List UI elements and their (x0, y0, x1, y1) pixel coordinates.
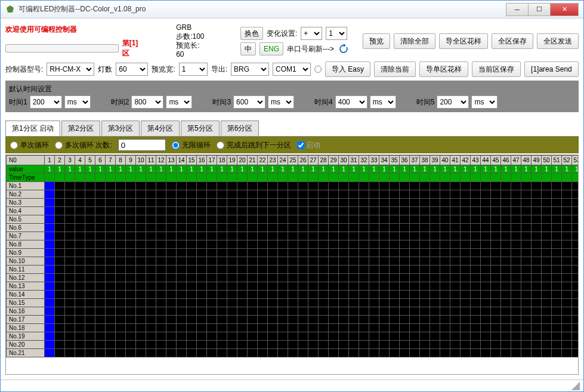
table-row[interactable]: No.14 (7, 291, 579, 299)
status-dot (314, 66, 322, 73)
grb-label: GRB (176, 23, 209, 32)
table-row[interactable]: No.9 (7, 249, 579, 257)
time2-label: 时间2 (111, 97, 129, 107)
com-refresh-label: 串口号刷新---> (287, 44, 334, 54)
import-easy-button[interactable]: 导入 Easy (325, 61, 370, 77)
time5-unit[interactable]: ms (471, 95, 498, 109)
app-icon (5, 5, 15, 14)
infinite-loop-radio[interactable]: 无限循环 (172, 140, 211, 150)
preview-width-label: 预览宽: (152, 64, 175, 75)
export-label: 导出: (211, 64, 227, 75)
preview-button[interactable]: 预览 (363, 33, 390, 49)
time4-value[interactable]: 400 (335, 95, 367, 109)
table-row[interactable]: No.13 (7, 282, 579, 291)
table-row[interactable]: No.21 (7, 349, 579, 357)
time4-label: 时间4 (314, 97, 333, 107)
table-row[interactable]: No.20 (7, 341, 579, 349)
loop-bar: 单次循环 多次循环 次数: 无限循环 完成后跳到下一分区 启动 (5, 137, 579, 153)
table-row[interactable]: No.17 (7, 316, 579, 324)
table-row[interactable]: No.15 (7, 299, 579, 307)
startup-checkbox[interactable]: 启动 (297, 140, 320, 150)
zone-tab-5[interactable]: 第5分区 (181, 121, 220, 136)
clear-current-button[interactable]: 清除当前 (374, 61, 416, 77)
zone-tabs: 第1分区 启动第2分区第3分区第4分区第5分区第6分区 (5, 121, 579, 137)
resize-grip[interactable] (571, 382, 580, 390)
table-row[interactable]: No.10 (7, 257, 579, 266)
table-row[interactable]: No.7 (7, 232, 579, 240)
table-row[interactable]: No.19 (7, 332, 579, 341)
time1-value[interactable]: 200 (30, 95, 62, 109)
lang-en-button[interactable]: ENG (259, 42, 283, 55)
table-row[interactable]: No.5 (7, 215, 579, 224)
area-label: 第[1]区 (122, 38, 146, 58)
statusbar (1, 379, 583, 391)
close-button[interactable]: ✕ (550, 3, 579, 16)
time-settings-title: 默认时间设置 (9, 84, 575, 94)
steps-label: 步数:100 (176, 32, 209, 41)
lang-zh-button[interactable]: 中 (240, 42, 256, 55)
preview-len-label: 预览长: 60 (176, 41, 209, 59)
export-single-pattern-button[interactable]: 导单区花样 (419, 61, 468, 77)
export-all-pattern-button[interactable]: 导全区花样 (439, 33, 488, 49)
controller-model-label: 控制器型号: (5, 64, 43, 75)
jump-next-radio[interactable]: 完成后跳到下一分区 (217, 140, 291, 150)
one-select[interactable]: 1 (326, 27, 347, 40)
titlebar: 可编程LED控制器--DC-Color_v1.08_pro ─ ☐ ✕ (1, 1, 583, 18)
multi-loop-radio[interactable]: 多次循环 次数: (55, 140, 112, 150)
lights-select[interactable]: 60 (116, 63, 148, 76)
table-row[interactable]: No.18 (7, 324, 579, 332)
zone-tab-6[interactable]: 第6分区 (221, 121, 259, 136)
info-block: GRB 步数:100 预览长: 60 (176, 23, 209, 59)
table-row[interactable]: No.11 (7, 266, 579, 274)
table-row[interactable]: No.16 (7, 307, 579, 316)
lights-label: 灯数 (98, 64, 112, 75)
change-color-button[interactable]: 换色 (240, 27, 263, 40)
table-row[interactable]: No.1 (7, 182, 579, 190)
time3-unit[interactable]: ms (268, 95, 294, 109)
table-row[interactable]: No.2 (7, 190, 579, 199)
clear-all-button[interactable]: 清除全部 (394, 33, 435, 49)
zone-tab-4[interactable]: 第4分区 (141, 121, 180, 136)
zone-tab-1[interactable]: 第1分区 启动 (5, 121, 60, 136)
refresh-icon[interactable] (338, 43, 350, 55)
time5-value[interactable]: 200 (437, 95, 469, 109)
save-all-button[interactable]: 全区保存 (492, 33, 533, 49)
zone-tab-2[interactable]: 第2分区 (61, 121, 100, 136)
table-row[interactable]: No.8 (7, 240, 579, 249)
time1-unit[interactable]: ms (64, 95, 91, 109)
time4-unit[interactable]: ms (370, 95, 396, 109)
table-row[interactable]: No.6 (7, 224, 579, 232)
time2-value[interactable]: 800 (131, 95, 163, 109)
multi-loop-count[interactable] (118, 139, 166, 151)
change-setting-label: 变化设置: (267, 29, 297, 39)
maximize-button[interactable]: ☐ (528, 3, 551, 16)
minimize-button[interactable]: ─ (506, 3, 529, 16)
time5-label: 时间5 (416, 97, 435, 107)
time-settings-bar: 默认时间设置 时间1 200 ms 时间2 800 ms 时间3 600 ms (5, 81, 579, 112)
progress-bar (5, 44, 119, 53)
controller-model-select[interactable]: RH-CM-X (47, 63, 94, 76)
single-loop-radio[interactable]: 单次循环 (10, 140, 49, 150)
table-row[interactable]: No.12 (7, 274, 579, 282)
time3-label: 时间3 (212, 97, 231, 107)
area-send-button[interactable]: [1]area Send (524, 61, 579, 77)
table-row[interactable]: No.3 (7, 199, 579, 207)
window-title: 可编程LED控制器--DC-Color_v1.08_pro (18, 4, 506, 14)
com-port-select[interactable]: COM1 (273, 63, 311, 76)
time2-unit[interactable]: ms (166, 95, 192, 109)
preview-width-select[interactable]: 1 (179, 63, 208, 76)
time1-label: 时间1 (9, 97, 27, 107)
pattern-grid[interactable]: N012345678910111213141516171819202122232… (5, 155, 579, 375)
plus-select[interactable]: + (301, 27, 322, 40)
zone-tab-3[interactable]: 第3分区 (101, 121, 140, 136)
export-format-select[interactable]: BRG (231, 63, 269, 76)
table-row[interactable]: No.4 (7, 207, 579, 215)
send-all-button[interactable]: 全区发送 (537, 33, 579, 49)
time3-value[interactable]: 600 (233, 95, 265, 109)
save-current-button[interactable]: 当前区保存 (472, 61, 521, 77)
welcome-text: 欢迎使用可编程控制器 (5, 24, 145, 35)
